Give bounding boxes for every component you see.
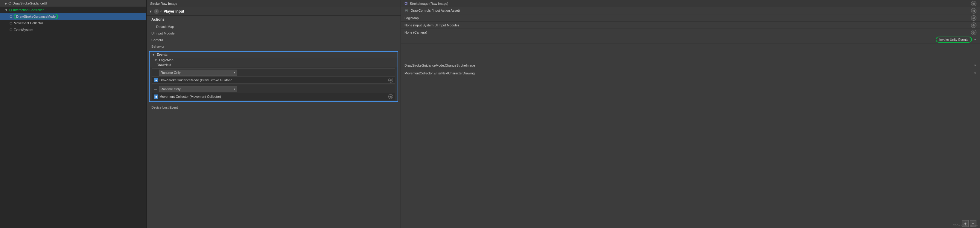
drawnext-label: DrawNext [157,63,171,67]
dash-icon-2: — [154,87,158,91]
select-btn-1[interactable]: ◎ [388,78,393,82]
gameobject-icon: ⬡ [8,2,11,5]
right-panel: 🖼 StrokeImage (Raw Image) ◎ 🎮 DrawContro… [401,0,980,228]
default-map-label: Default Map [156,25,210,29]
gameobject-icon: ⬡ [10,28,13,32]
event-target-1: DrawStrokeGuidanceMode.ChangeStrokeImage [404,64,974,67]
draw-controls-row: 🎮 DrawControls (Input Action Asset) ◎ [401,7,980,14]
hierarchy-item-drawstrokeguidancemode[interactable]: ⬡ DrawStrokeGuidanceMode [0,13,146,20]
behavior-row: Behavior [146,43,401,50]
runtime-select-value-2: Runtime Only [161,87,181,91]
runtime-select-2[interactable]: Runtime Only [159,86,237,92]
selected-highlight: DrawStrokeGuidanceMode [14,14,58,19]
stroke-image-value: 🖼 StrokeImage (Raw Image) [404,2,971,5]
hierarchy-panel: ▶ ⬡ DrawStrokeGuidanceUI ▼ ⬡ Interaction… [0,0,146,228]
draw-controls-text: DrawControls (Input Action Asset) [411,9,460,12]
gameobject-icon: ⬡ [10,21,13,25]
player-input-title: Player Input [164,9,184,13]
event-dropdown-row-2: MovementCollector.EnterNextCharacterDraw… [401,69,980,77]
draw-controls-select[interactable]: ◎ [971,8,977,13]
none-camera-select[interactable]: ◎ [971,30,977,35]
stroke-raw-image-row: Stroke Raw Image [146,0,401,7]
runtime-select-wrapper-2[interactable]: Runtime Only [159,86,237,92]
none-input-system-value: None (Input System UI Input Module) [404,23,971,27]
event-entry-2: — Runtime Only ■ Movement Collector (Mov… [152,85,395,100]
actions-title-row: Actions [146,16,401,23]
event-dropdown-row-1: DrawStrokeGuidanceMode.ChangeStrokeImage… [401,61,980,69]
ui-input-module-row: UI Input Module [146,30,401,37]
none-camera-row: None (Camera) ◎ [401,29,980,36]
stroke-image-text: StrokeImage (Raw Image) [410,2,448,5]
event-dropdown-arrow-1[interactable]: ▼ [974,64,977,67]
event-dropdown-arrow-2[interactable]: ▼ [974,72,977,75]
device-lost-section: Device Lost Event [146,104,401,111]
behavior-value-row: Invoke Unity Events ▼ [401,36,980,43]
actions-main-label: Actions [151,18,205,22]
events-section: ▼ Events ▼ LogicMap DrawNext — Runtime O… [149,51,398,102]
hierarchy-item-eventsystem[interactable]: ⬡ EventSystem [0,26,146,33]
object-icon-2: ■ [154,95,158,99]
hierarchy-label: Interaction Controller [13,8,44,12]
gameobject-icon: ⬡ [10,15,13,19]
stroke-image-select[interactable]: ◎ [971,1,977,6]
dash-icon-1: — [154,71,158,74]
event-entry-2-body: ■ Movement Collector (Movement Collector… [152,93,395,100]
invoke-unity-events-value: Invoke Unity Events [936,37,972,43]
runtime-select-1[interactable]: Runtime Only [159,70,237,75]
events-title: Events [157,53,167,56]
hierarchy-item-drawstrokeguidanceui[interactable]: ▶ ⬡ DrawStrokeGuidanceUI [0,0,146,6]
logicmap-label: LogicMap [159,58,173,62]
runtime-select-value-1: Runtime Only [161,71,181,74]
logicmap-right-row: LogicMap ◎ [401,14,980,22]
select-btn-2[interactable]: ◎ [388,94,393,99]
player-input-header: ▼ i ✓ Player Input [146,7,401,16]
draw-controls-icon: 🎮 [404,9,409,12]
inspector-panel: Stroke Raw Image ▼ i ✓ Player Input Acti… [146,0,401,228]
event-entry-1-header: — Runtime Only [152,69,395,77]
event-target-2: MovementCollector.EnterNextCharacterDraw… [404,71,974,75]
stroke-image-icon: 🖼 [404,2,408,5]
stroke-raw-image-label: Stroke Raw Image [150,2,397,5]
watermark: CSDN @linpingyuan [953,224,978,227]
event-entry-1: — Runtime Only ■ DrawStrokeGuidanceMode … [152,68,395,84]
logicmap-header: ▼ LogicMap [150,58,398,63]
stroke-image-row: 🖼 StrokeImage (Raw Image) ◎ [401,0,980,7]
object-label-1: DrawStrokeGuidanceMode (Draw Stroke Guid… [159,78,388,82]
invoke-unity-events-text: Invoke Unity Events [939,38,968,42]
camera-row: Camera [146,37,401,43]
object-label-2: Movement Collector (Movement Collector) [159,95,388,98]
hierarchy-item-movement-collector[interactable]: ⬡ Movement Collector [0,20,146,26]
device-lost-label: Device Lost Event [151,106,178,109]
events-header[interactable]: ▼ Events [150,51,398,58]
logicmap-arrow: ▼ [154,58,158,62]
expand-arrow: ▼ [5,8,8,12]
default-map-row: Default Map [146,23,401,30]
object-icon-1: ■ [154,78,158,82]
none-input-system-row: None (Input System UI Input Module) ◎ [401,22,980,29]
bottom-buttons-row: + − [401,219,980,228]
enabled-check[interactable]: ✓ [160,10,162,13]
collapse-toggle[interactable]: ▼ [149,10,152,13]
logicmap-select[interactable]: ◎ [971,15,977,21]
event-entry-2-header: — Runtime Only [152,85,395,93]
watermark-text: CSDN @linpingyuan [953,224,978,227]
expand-arrow: ▶ [5,2,7,5]
hierarchy-label: DrawStrokeGuidanceUI [13,2,47,5]
hierarchy-label: DrawStrokeGuidanceMode [16,15,56,18]
camera-label: Camera [151,38,205,42]
drawnext-header: DrawNext [150,63,398,67]
hierarchy-label: EventSystem [14,28,33,32]
behavior-dropdown-arrow[interactable]: ▼ [974,38,977,41]
draw-controls-value: 🎮 DrawControls (Input Action Asset) [404,9,971,13]
info-icon[interactable]: i [154,9,159,14]
hierarchy-label: Movement Collector [14,21,43,25]
logicmap-right-value: LogicMap [404,16,971,20]
ui-input-module-label: UI Input Module [151,32,205,35]
gameobject-icon: ⬡ [9,8,12,12]
events-collapse-arrow: ▼ [152,53,155,56]
event-entry-1-body: ■ DrawStrokeGuidanceMode (Draw Stroke Gu… [152,77,395,83]
none-input-system-select[interactable]: ◎ [971,22,977,28]
behavior-label: Behavior [151,45,205,48]
hierarchy-item-interaction-controller[interactable]: ▼ ⬡ Interaction Controller [0,6,146,13]
runtime-select-wrapper-1[interactable]: Runtime Only [159,70,237,75]
